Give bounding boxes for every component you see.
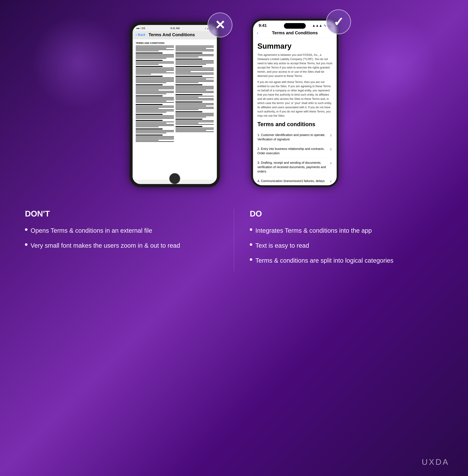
old-content: TERMS AND CONDITIONS (132, 39, 217, 180)
home-button[interactable] (169, 173, 180, 184)
summary-para1: This agreement is between you and FOSSA,… (257, 53, 332, 78)
do-list: Integrates Terms & conditions into the a… (250, 226, 443, 265)
do-bullet-1 (250, 228, 252, 231)
tc-item-2[interactable]: 2. Entry into business relationship and … (257, 144, 332, 158)
wrong-phone-wrapper: ✕ ●●○ GS 9:41 AM ♪ ▲ ⬛ ‹ Back Terms A (130, 22, 220, 187)
new-back-button[interactable]: ‹ (257, 30, 258, 35)
old-nav-bar: ‹ Back Terms And Conditions (132, 31, 217, 39)
old-time: 9:41 AM (171, 27, 180, 30)
new-content: Summary This agreement is between you an… (253, 38, 337, 183)
do-bullet-3 (250, 258, 252, 261)
right-phone-wrapper: ✓ 9:41 ▲▲▲ ∿ ▬ ‹ Terms and Co (251, 19, 338, 187)
tc-item-1-text: 1. Customer identification and powers to… (257, 133, 329, 142)
dont-item-1: Opens Terms & conditions in an external … (25, 226, 218, 235)
phone-new: 9:41 ▲▲▲ ∿ ▬ ‹ Terms and Conditions Summ… (251, 19, 338, 187)
summary-title: Summary (257, 42, 332, 50)
old-back-button[interactable]: ‹ Back (136, 33, 146, 37)
right-icon: ✓ (333, 15, 344, 29)
old-doc-title: TERMS AND CONDITIONS (136, 42, 214, 44)
tc-chevron-4: ∨ (329, 179, 332, 183)
phone-old: ●●○ GS 9:41 AM ♪ ▲ ⬛ ‹ Back Terms And Co… (130, 22, 220, 187)
tc-item-3-text: 3. Drafting, receipt and sending of docu… (257, 160, 329, 173)
wrong-badge: ✕ (207, 13, 233, 37)
dont-item-2: Very small font makes the users zoom in … (25, 241, 218, 250)
uxda-logo: UXDA (422, 457, 449, 467)
dont-item-1-text: Opens Terms & conditions in an external … (30, 226, 152, 235)
do-label: DO (250, 209, 443, 218)
tc-item-2-text: 2. Entry into business relationship and … (257, 147, 329, 155)
tc-chevron-3: ∨ (329, 161, 332, 165)
new-nav-title: Terms and Conditions (272, 30, 318, 35)
right-badge: ✓ (326, 9, 351, 34)
do-column: DO Integrates Terms & conditions into th… (250, 209, 443, 271)
do-item-3: Terms & conditions are split into logica… (250, 256, 443, 265)
do-item-1: Integrates Terms & conditions into the a… (250, 226, 443, 235)
dont-label: DON'T (25, 209, 218, 218)
old-doc-body (136, 45, 214, 143)
tc-section-title: Terms and conditions (257, 121, 332, 128)
wrong-icon: ✕ (215, 18, 225, 32)
old-nav-title: Terms And Conditions (148, 32, 195, 37)
phone-old-screen: ●●○ GS 9:41 AM ♪ ▲ ⬛ ‹ Back Terms And Co… (132, 25, 217, 184)
dynamic-island (284, 23, 306, 29)
dont-bullet-1 (25, 228, 28, 231)
bottom-section: DON'T Opens Terms & conditions in an ext… (0, 200, 468, 280)
dont-list: Opens Terms & conditions in an external … (25, 226, 218, 250)
old-status-bar: ●●○ GS 9:41 AM ♪ ▲ ⬛ (132, 25, 217, 31)
new-nav-bar: ‹ Terms and Conditions (253, 29, 337, 38)
tc-item-4[interactable]: 4. Communication (transmission) failures… (257, 176, 332, 183)
signal-icon: ▲▲▲ (312, 24, 322, 28)
do-item-1-text: Integrates Terms & conditions into the a… (255, 226, 372, 235)
new-time: 9:41 (259, 23, 267, 28)
dont-bullet-2 (25, 243, 28, 246)
tc-item-4-text: 4. Communication (transmission) failures… (257, 179, 329, 183)
do-item-2-text: Text is easy to read (255, 241, 309, 250)
divider (234, 209, 234, 271)
old-carrier: ●●○ GS (136, 27, 145, 30)
tc-item-3[interactable]: 3. Drafting, receipt and sending of docu… (257, 158, 332, 176)
dont-item-2-text: Very small font makes the users zoom in … (30, 241, 180, 250)
do-bullet-2 (250, 243, 252, 246)
do-item-3-text: Terms & conditions are split into logica… (255, 256, 394, 265)
tc-chevron-1: ∨ (329, 133, 332, 137)
summary-para2: If you do not agree with these Terms, th… (257, 80, 332, 118)
tc-chevron-2: ∨ (329, 147, 332, 151)
dont-column: DON'T Opens Terms & conditions in an ext… (25, 209, 218, 271)
phone-new-screen: 9:41 ▲▲▲ ∿ ▬ ‹ Terms and Conditions Summ… (253, 21, 337, 185)
do-item-2: Text is easy to read (250, 241, 443, 250)
phones-section: ✕ ●●○ GS 9:41 AM ♪ ▲ ⬛ ‹ Back Terms A (0, 0, 468, 200)
tc-item-1[interactable]: 1. Customer identification and powers to… (257, 130, 332, 144)
wifi-icon: ∿ (323, 24, 326, 28)
